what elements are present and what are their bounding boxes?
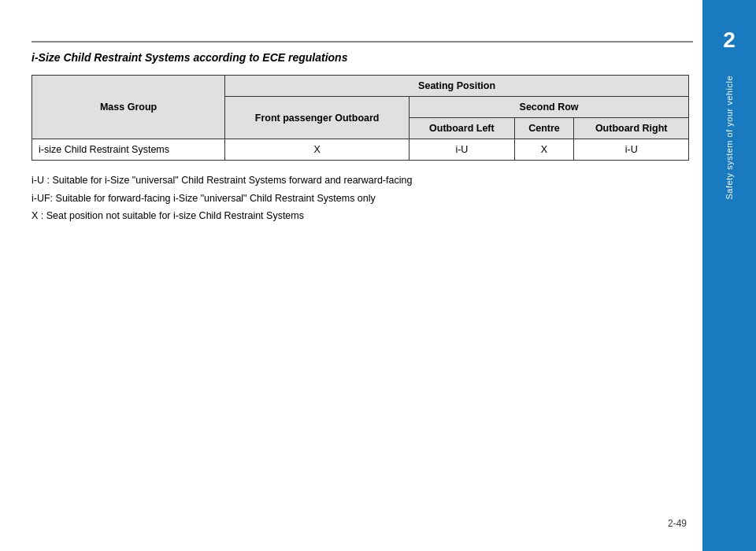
note-item: i-UF: Suitable for forward-facing i-Size…: [32, 190, 689, 208]
sidebar-label: Safety system of your vehicle: [724, 76, 735, 200]
note-item: i-U : Suitable for i-Size "universal" Ch…: [32, 172, 689, 190]
cell-centre: X: [514, 139, 574, 161]
restraint-table: Mass Group Seating Position Front passen…: [32, 75, 689, 161]
page-number: 2-49: [668, 518, 687, 529]
notes-section: i-U : Suitable for i-Size "universal" Ch…: [32, 172, 689, 225]
note-item: X : Seat position not suitable for i-siz…: [32, 207, 689, 225]
col-header-outboard-left: Outboard Left: [410, 118, 514, 139]
table-row: i-size Child Restraint SystemsXi-UXi-U: [32, 139, 689, 161]
chapter-badge: 2: [710, 20, 749, 60]
col-header-centre: Centre: [514, 118, 574, 139]
cell-outboard-right: i-U: [574, 139, 689, 161]
col-header-seating: Seating Position: [225, 76, 689, 97]
col-header-outboard-right: Outboard Right: [574, 118, 689, 139]
col-header-second-row: Second Row: [410, 97, 689, 118]
cell-mass-group: i-size Child Restraint Systems: [32, 139, 225, 161]
right-sidebar: 2 Safety system of your vehicle: [702, 0, 756, 551]
col-header-front-passenger: Front passenger Outboard: [225, 97, 410, 139]
page-title: i-Size Child Restraint Systems according…: [32, 51, 689, 64]
cell-front-passenger: X: [225, 139, 410, 161]
cell-outboard-left: i-U: [410, 139, 514, 161]
top-rule: [32, 41, 693, 43]
col-header-mass-group: Mass Group: [32, 76, 225, 139]
page-container: 2 Safety system of your vehicle i-Size C…: [0, 0, 756, 551]
main-content: i-Size Child Restraint Systems according…: [32, 51, 689, 225]
